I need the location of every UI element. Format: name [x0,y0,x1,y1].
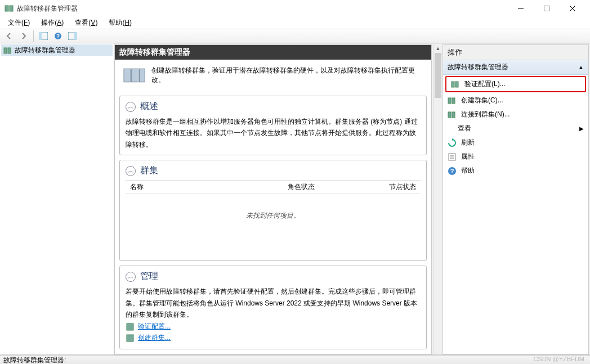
manage-section: ︿ 管理 若要开始使用故障转移群集，请首先验证硬件配置，然后创建群集。完成这些步… [119,266,427,349]
validate-link-row: 验证配置... [126,322,421,331]
col-name[interactable]: 名称 [126,181,283,194]
watermark: CSDN @YZBFDM [533,356,584,362]
validate-icon [126,322,135,331]
clusters-table-header: 名称 角色状态 节点状态 [126,180,421,194]
status-bar: 故障转移群集管理器: [0,355,590,364]
svg-rect-14 [124,69,131,82]
svg-text:?: ? [450,168,454,174]
overview-body: 故障转移群集是一组相互协作以增加服务器角色可用性的独立计算机。群集服务器 (称为… [126,116,421,150]
validate-highlight: 验证配置(L)... [445,76,586,92]
nav-back-button[interactable] [2,29,16,43]
minimize-button[interactable] [508,0,534,17]
action-connect[interactable]: 连接到群集(N)... [443,107,588,122]
svg-rect-20 [455,82,458,87]
create-cluster-icon [126,334,135,343]
svg-rect-3 [544,6,549,11]
show-hide-actions-button[interactable] [66,29,79,43]
clusters-empty-text: 未找到任何项目。 [126,194,421,237]
intro-text: 创建故障转移群集，验证用于潜在故障转移群集的硬件，以及对故障转移群集执行配置更改… [151,66,423,85]
maximize-button[interactable] [534,0,560,17]
navigation-pane: 故障转移群集管理器 [0,43,114,354]
window-title: 故障转移群集管理器 [17,4,508,14]
action-refresh-label: 刷新 [461,138,475,147]
manage-body: 若要开始使用故障转移群集，请首先验证硬件配置，然后创建群集。完成这些步骤后，即可… [126,286,421,320]
connect-action-icon [448,110,457,119]
clusters-title: 群集 [140,165,158,177]
action-create-label: 创建群集(C)... [461,96,503,105]
actions-title: 操作 [443,45,588,60]
overview-section: ︿ 概述 故障转移群集是一组相互协作以增加服务器角色可用性的独立计算机。群集服务… [119,96,427,155]
menu-file[interactable]: 文件(F) [3,17,34,29]
center-body: 故障转移群集管理器 创建故障转移群集，验证用于潜在故障转移群集的硬件，以及对故障… [114,44,432,354]
svg-rect-18 [127,335,133,341]
svg-rect-12 [4,48,7,53]
validate-link[interactable]: 验证配置... [138,322,171,331]
create-link[interactable]: 创建群集... [138,333,171,343]
svg-rect-0 [5,6,8,11]
content-area: 故障转移群集管理器 故障转移群集管理器 创建故障转移群集，验证用于潜在故障转移群… [0,43,590,355]
svg-rect-23 [448,112,451,118]
action-properties-label: 属性 [461,152,475,161]
overview-title: 概述 [140,101,158,113]
center-scrollbar[interactable]: ▲ [433,43,442,354]
svg-rect-11 [74,32,77,40]
menu-bar: 文件(F) 操作(A) 查看(V) 帮助(H) [0,17,590,29]
nav-root-item[interactable]: 故障转移群集管理器 [1,44,113,56]
svg-rect-24 [452,112,455,118]
status-text: 故障转移群集管理器: [3,356,66,364]
collapse-triangle-icon[interactable]: ▲ [578,64,584,70]
servers-icon [123,65,146,86]
clusters-section: ︿ 群集 名称 角色状态 节点状态 未找到任何项目。 [119,160,427,261]
action-help[interactable]: ? 帮助 [443,164,588,178]
action-validate-label: 验证配置(L)... [464,79,506,89]
action-properties[interactable]: 属性 [443,150,588,164]
actions-subheader: 故障转移群集管理器 ▲ [443,60,588,75]
clusters-collapse-icon[interactable]: ︿ [126,166,136,176]
create-link-row: 创建群集... [126,333,421,343]
action-refresh[interactable]: 刷新 [443,136,588,150]
scroll-up-icon[interactable]: ▲ [433,43,442,53]
close-button[interactable] [560,0,585,17]
main-pane: 故障转移群集管理器 创建故障转移群集，验证用于潜在故障转移群集的硬件，以及对故障… [114,43,590,354]
app-icon [5,4,14,13]
scroll-thumb[interactable] [435,53,441,98]
svg-rect-13 [8,48,11,53]
action-view[interactable]: 查看 ▶ [443,122,588,136]
toolbar: ? [0,29,590,43]
validate-action-icon [451,80,460,89]
col-role-status[interactable]: 角色状态 [283,181,385,194]
col-node-status[interactable]: 节点状态 [385,181,421,194]
svg-rect-19 [452,82,454,87]
svg-rect-21 [448,98,451,104]
overview-collapse-icon[interactable]: ︿ [126,102,136,112]
menu-view[interactable]: 查看(V) [70,17,102,29]
nav-root-label: 故障转移群集管理器 [15,46,75,55]
svg-rect-1 [10,6,13,11]
svg-rect-7 [39,32,42,40]
show-hide-tree-button[interactable] [37,29,50,43]
svg-rect-16 [139,69,145,82]
action-connect-label: 连接到群集(N)... [461,110,510,119]
svg-rect-22 [452,98,455,104]
menu-help[interactable]: 帮助(H) [104,17,136,29]
svg-text:?: ? [56,33,60,39]
action-help-label: 帮助 [461,166,475,176]
center-column: 故障转移群集管理器 创建故障转移群集，验证用于潜在故障转移群集的硬件，以及对故障… [114,43,433,354]
properties-icon [448,152,457,161]
manage-title: 管理 [140,271,158,282]
action-view-label: 查看 [458,124,471,133]
refresh-icon [448,138,457,147]
actions-column: 操作 故障转移群集管理器 ▲ 验证配置(L)... 创建群集(C)... [442,44,589,354]
help-toolbar-button[interactable]: ? [51,29,65,43]
actions-pane: 操作 故障转移群集管理器 ▲ 验证配置(L)... 创建群集(C)... [442,44,589,354]
menu-action[interactable]: 操作(A) [37,17,68,29]
svg-rect-15 [132,69,138,82]
intro-row: 创建故障转移群集，验证用于潜在故障转移群集的硬件，以及对故障转移群集执行配置更改… [115,60,431,91]
manage-collapse-icon[interactable]: ︿ [126,272,136,282]
action-create[interactable]: 创建群集(C)... [443,93,588,107]
nav-forward-button[interactable] [17,29,30,43]
action-validate[interactable]: 验证配置(L)... [446,77,585,91]
svg-rect-17 [127,323,133,330]
submenu-arrow-icon: ▶ [579,125,584,132]
title-bar: 故障转移群集管理器 [0,0,590,17]
